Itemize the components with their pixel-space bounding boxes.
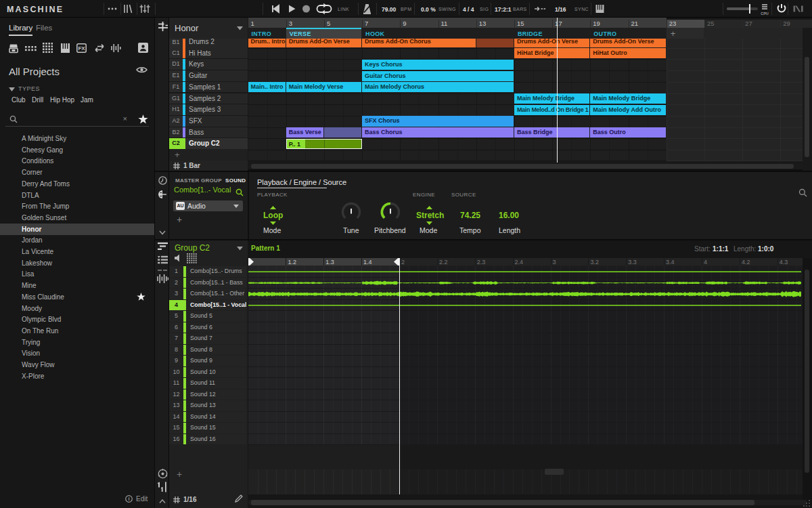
svg-text:CPU: CPU bbox=[761, 12, 769, 16]
svg-text:FX: FX bbox=[78, 45, 85, 51]
svg-text:i: i bbox=[128, 496, 129, 502]
